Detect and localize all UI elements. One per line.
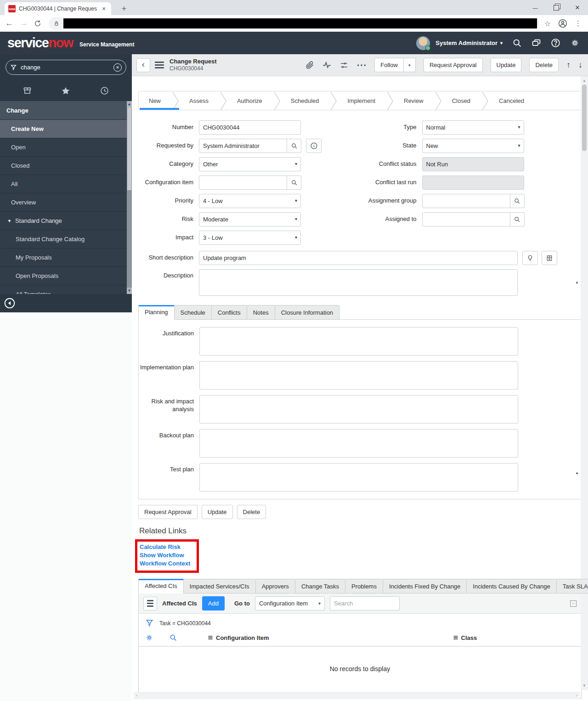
goto-field-select[interactable]: Configuration Item <box>255 596 325 611</box>
test-plan-textarea[interactable] <box>199 463 518 492</box>
new-tab-button[interactable] <box>118 2 130 15</box>
tab-planning[interactable]: Planning <box>138 305 175 320</box>
global-search-icon[interactable] <box>512 38 522 48</box>
request-approval-button-bottom[interactable]: Request Approval <box>138 505 198 519</box>
browser-reload-button[interactable] <box>34 20 43 27</box>
assigned-to-lookup-icon[interactable] <box>510 212 525 226</box>
scroll-down-icon[interactable] <box>581 682 588 689</box>
assignment-group-lookup-icon[interactable] <box>510 194 525 208</box>
column-menu-icon[interactable] <box>208 635 213 640</box>
list-context-menu-icon[interactable] <box>143 597 157 611</box>
column-header-class[interactable]: Class <box>453 634 477 641</box>
requested-by-input[interactable] <box>199 139 287 153</box>
collapse-sidebar-icon[interactable] <box>4 297 16 309</box>
tab-problems[interactable]: Problems <box>345 579 383 594</box>
stage-authorize[interactable]: Authorize <box>227 91 273 110</box>
main-vertical-scrollbar[interactable] <box>581 76 588 690</box>
delete-button-bottom[interactable]: Delete <box>237 505 266 519</box>
bookmark-star-icon[interactable] <box>544 19 551 28</box>
user-menu[interactable]: System Administrator <box>435 40 503 46</box>
follow-dropdown-icon[interactable] <box>404 58 416 72</box>
justification-textarea[interactable] <box>199 327 518 356</box>
scrollbar-thumb[interactable] <box>582 85 587 151</box>
navigator-search-input[interactable] <box>21 64 110 71</box>
sidebar-item-standard-change-catalog[interactable]: Standard Change Catalog <box>0 230 132 248</box>
form-context-menu-icon[interactable] <box>155 62 164 68</box>
scroll-right-icon[interactable] <box>576 693 577 698</box>
gear-icon[interactable] <box>570 38 580 48</box>
sidebar-scrollbar[interactable] <box>127 101 132 294</box>
favorites-star-icon[interactable] <box>61 86 71 96</box>
scroll-up-icon[interactable] <box>581 77 588 84</box>
workflow-context-link[interactable]: Workflow Context <box>140 560 190 568</box>
list-search-icon[interactable] <box>169 633 177 642</box>
clear-search-icon[interactable] <box>113 63 122 72</box>
configuration-item-lookup-icon[interactable] <box>287 175 301 190</box>
implementation-plan-textarea[interactable] <box>199 361 518 390</box>
stage-canceled[interactable]: Canceled <box>489 91 535 110</box>
delete-button[interactable]: Delete <box>529 58 559 72</box>
stage-scheduled[interactable]: Scheduled <box>281 91 330 110</box>
back-button[interactable] <box>136 58 150 72</box>
sidebar-item-standard-change[interactable]: Standard Change <box>0 211 132 230</box>
browser-tab[interactable]: now CHG0030044 | Change Request | <box>5 2 111 15</box>
chat-icon[interactable] <box>531 38 541 48</box>
requested-by-lookup-icon[interactable] <box>287 139 301 153</box>
column-menu-icon[interactable] <box>453 635 458 640</box>
browser-back-button[interactable] <box>5 19 14 28</box>
stage-new[interactable]: New <box>139 91 172 110</box>
type-select[interactable]: Normal <box>422 120 524 135</box>
tab-affected-cis[interactable]: Affected CIs <box>138 579 184 594</box>
stage-assess[interactable]: Assess <box>179 91 220 110</box>
attachment-paperclip-icon[interactable] <box>305 61 314 69</box>
main-horizontal-scrollbar[interactable] <box>134 692 580 699</box>
suggestion-lightbulb-icon[interactable] <box>522 251 538 265</box>
show-workflow-link[interactable]: Show Workflow <box>140 551 190 560</box>
follow-button[interactable]: Follow <box>374 58 404 72</box>
tab-incidents-caused-by-change[interactable]: Incidents Caused By Change <box>466 579 556 594</box>
url-field[interactable] <box>49 17 539 30</box>
tab-incidents-fixed-by-change[interactable]: Incidents Fixed By Change <box>383 579 467 594</box>
category-select[interactable]: Other <box>199 157 301 171</box>
assigned-to-input[interactable] <box>422 212 510 226</box>
sidebar-item-all-templates[interactable]: All Templates <box>0 285 132 294</box>
update-button-bottom[interactable]: Update <box>202 505 233 519</box>
tab-conflicts[interactable]: Conflicts <box>211 305 247 320</box>
navigator-filter-field[interactable] <box>6 60 126 75</box>
sidebar-item-my-proposals[interactable]: My Proposals <box>0 248 132 266</box>
request-approval-button[interactable]: Request Approval <box>424 58 483 72</box>
history-clock-icon[interactable] <box>100 86 109 96</box>
tab-task-slas[interactable]: Task SLAs <box>556 579 588 594</box>
backout-plan-textarea[interactable] <box>199 429 518 458</box>
next-record-icon[interactable] <box>578 60 582 70</box>
risk-impact-analysis-textarea[interactable] <box>199 395 518 424</box>
list-filter-condition[interactable]: Task = CHG0030044 <box>159 620 211 627</box>
window-minimize-button[interactable] <box>525 0 546 15</box>
scroll-up-icon[interactable] <box>127 101 132 107</box>
add-button[interactable]: Add <box>202 596 225 611</box>
knowledge-search-icon[interactable] <box>542 251 557 265</box>
list-search-input[interactable] <box>330 596 400 611</box>
tab-impacted-services-cis[interactable]: Impacted Services/CIs <box>183 579 256 594</box>
impact-select[interactable]: 3 - Low <box>199 231 301 245</box>
stage-review[interactable]: Review <box>394 91 435 110</box>
scroll-down-icon[interactable] <box>127 288 132 294</box>
all-applications-icon[interactable] <box>23 86 32 96</box>
tab-change-tasks[interactable]: Change Tasks <box>295 579 345 594</box>
list-filter-funnel-icon[interactable] <box>145 619 154 628</box>
user-avatar[interactable] <box>416 36 430 50</box>
tab-notes[interactable]: Notes <box>247 305 275 320</box>
sidebar-item-create-new[interactable]: Create New <box>0 119 132 138</box>
previous-record-icon[interactable] <box>566 60 571 70</box>
tab-closure-information[interactable]: Closure Information <box>275 305 339 320</box>
sidebar-item-closed[interactable]: Closed <box>0 156 132 175</box>
short-description-input[interactable] <box>199 251 518 265</box>
risk-select[interactable]: Moderate <box>199 212 301 226</box>
browser-profile-icon[interactable] <box>558 19 567 28</box>
state-select[interactable]: New <box>422 139 524 153</box>
sidebar-item-overview[interactable]: Overview <box>0 193 132 211</box>
scroll-left-icon[interactable] <box>136 693 137 698</box>
sidebar-section-change[interactable]: Change <box>0 101 132 119</box>
calculate-risk-link[interactable]: Calculate Risk <box>140 543 190 551</box>
list-personalize-gear-icon[interactable] <box>145 633 153 642</box>
